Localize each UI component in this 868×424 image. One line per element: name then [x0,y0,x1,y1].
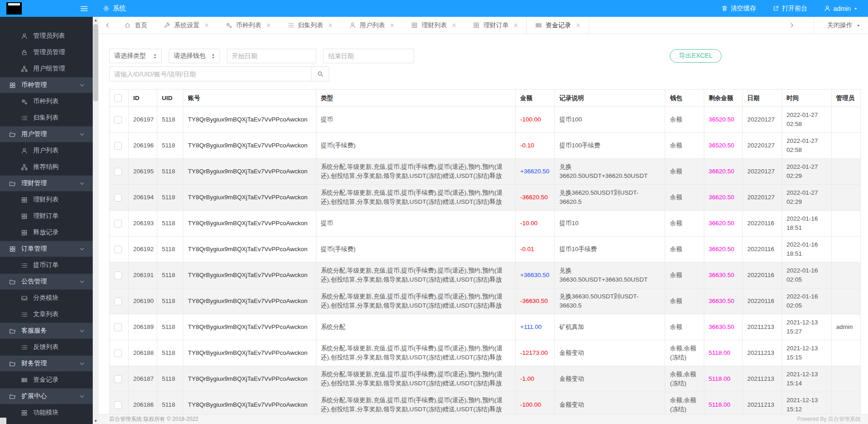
tab-理财列表[interactable]: 理财列表 [403,17,465,34]
tab-归集列表[interactable]: 归集列表 [279,17,341,34]
tab-label: 理财列表 [421,21,447,30]
topbar-action-admin[interactable]: admin [824,5,858,12]
user-icon [21,33,28,40]
sidebar-item-分类模块[interactable]: 分类模块 [0,290,93,306]
tab-close-icon[interactable] [328,23,333,28]
tab-资金记录[interactable]: 资金记录 [527,17,589,34]
sidebar-item-客服服务[interactable]: 客服服务 [0,323,93,339]
grid-icon [473,22,480,29]
row-checkbox[interactable] [114,349,122,357]
cell-uid: 5118 [157,133,183,159]
sidebar-item-label: 文章列表 [33,310,59,318]
cell-time: 2022-01-27 02:58 [782,107,831,133]
sidebar-item-币种管理[interactable]: 币种管理 [0,77,93,93]
sidebar-item-理财管理[interactable]: 理财管理 [0,175,93,192]
sidebar-item-释放记录[interactable]: 释放记录 [0,224,93,241]
scrollbar-thumb[interactable] [93,24,98,101]
sidebar-toggle-icon[interactable] [80,5,88,12]
sidebar-item-用户列表[interactable]: 用户列表 [0,142,93,159]
sidebar-item-理财订单[interactable]: 理财订单 [0,208,93,224]
sidebar-item-币种列表[interactable]: 币种列表 [0,93,93,110]
footer-powered-by: Powered By 后台管理系统 [797,415,861,423]
row-checkbox[interactable] [114,323,122,331]
row-checkbox[interactable] [114,246,122,253]
tab-close-icon[interactable] [576,23,581,28]
table-row: 2061955118TY8QrBygiux9mBQXjTaEv7VvPPcoAw… [110,159,861,185]
sidebar-item-文章列表[interactable]: 文章列表 [0,306,93,323]
row-checkbox[interactable] [114,375,122,383]
wallet-select[interactable]: 请选择钱包 [169,49,220,63]
sidebar-item-公告管理[interactable]: 公告管理 [0,273,93,290]
sidebar-item-订单管理[interactable]: 订单管理 [0,241,93,257]
tab-首页[interactable]: 首页 [116,17,156,34]
sidebar-item-提币订单[interactable]: 提币订单 [0,257,93,273]
row-checkbox[interactable] [114,194,122,202]
sidebar-item-管理员列表[interactable]: 管理员列表 [0,28,93,44]
row-checkbox[interactable] [114,272,122,279]
cell-time: 2022-01-16 18:51 [782,237,831,262]
cell-desc: 矿机真加 [555,314,665,340]
sidebar-item-理财列表[interactable]: 理财列表 [0,192,93,208]
cell-date: 20211213 [743,314,782,340]
grid-icon [411,22,418,29]
cell-checkbox [110,366,129,392]
tabs-scroll-left-button[interactable] [99,17,116,34]
tab-系统设置[interactable]: 系统设置 [156,17,217,34]
row-checkbox[interactable] [114,142,122,150]
cell-uid: 5118 [157,392,183,414]
sidebar-item-归集列表[interactable]: 归集列表 [0,110,93,126]
tab-用户列表[interactable]: 用户列表 [341,17,403,34]
sidebar-scrollbar[interactable]: ▲ ▼ [93,17,99,424]
cell-desc: 兑换 36630.50USDT+36630.50USDT [555,262,665,288]
tab-币种列表[interactable]: 币种列表 [217,17,279,34]
export-excel-button[interactable]: 导出EXCEL [670,49,722,63]
sidebar-item-用户组管理[interactable]: 用户组管理 [0,61,93,77]
cell-type: 系统分配,等级更新,充值,提币,提币(手续费),提币(退还),预约,预约(退还)… [316,340,516,366]
cell-id: 206192 [129,237,157,262]
row-checkbox[interactable] [114,298,122,305]
sidebar-item-推荐结构[interactable]: 推荐结构 [0,159,93,175]
search-button[interactable] [311,66,329,81]
tab-close-icon[interactable] [452,23,457,28]
cell-time: 2022-01-27 02:29 [782,185,831,211]
sidebar-item-资金记录[interactable]: 资金记录 [0,372,93,388]
main: 管理员列表管理员管理用户组管理币种管理币种列表归集列表用户管理用户列表推荐结构理… [0,17,868,424]
cell-admin [831,107,860,133]
sidebar-nav: 管理员列表管理员管理用户组管理币种管理币种列表归集列表用户管理用户列表推荐结构理… [0,17,93,424]
cell-amount: -12173.00 [516,340,555,366]
sidebar-item-功能模块[interactable]: 功能模块 [0,404,93,421]
cell-wallet: 余额 [665,133,704,159]
cell-account: TY8QrBygiux9mBQXjTaEv7VvPPcoAwckon [183,107,316,133]
scrollbar-up-button[interactable]: ▲ [93,17,99,23]
sidebar-item-用户管理[interactable]: 用户管理 [0,126,93,142]
scrollbar-down-button[interactable]: ▼ [93,418,99,424]
row-checkbox[interactable] [114,220,122,227]
select-all-checkbox[interactable] [114,94,122,102]
start-date-input[interactable] [227,49,316,63]
sidebar-item-管理员管理[interactable]: 管理员管理 [0,44,93,61]
gears-icon [21,98,28,105]
cell-date: 20220116 [743,288,782,314]
type-select[interactable]: 请选择类型 [109,49,162,63]
tab-close-icon[interactable] [266,23,271,28]
tab-理财订单[interactable]: 理财订单 [465,17,527,34]
row-checkbox[interactable] [114,168,122,176]
cell-date: 20220127 [743,185,782,211]
sidebar-item-财务管理[interactable]: 财务管理 [0,355,93,372]
row-checkbox[interactable] [114,116,122,124]
grid-icon [21,197,28,203]
row-checkbox[interactable] [114,401,122,409]
tab-close-icon[interactable] [204,23,209,28]
tab-close-icon[interactable] [390,23,395,28]
close-operations-dropdown[interactable]: 关闭操作 [814,17,861,34]
sidebar-item-扩展中心[interactable]: 扩展中心 [0,388,93,404]
tab-close-icon[interactable] [513,23,518,28]
search-input[interactable] [109,66,311,81]
end-date-input[interactable] [323,49,414,63]
cell-amount: +111.00 [516,314,555,340]
select-arrows-icon [153,53,157,59]
topbar-action-打开前台[interactable]: 打开前台 [773,5,808,13]
topbar-action-清空缓存[interactable]: 清空缓存 [721,5,756,13]
tabs-scroll-right-button[interactable] [783,22,800,29]
sidebar-item-反馈列表[interactable]: 反馈列表 [0,339,93,355]
